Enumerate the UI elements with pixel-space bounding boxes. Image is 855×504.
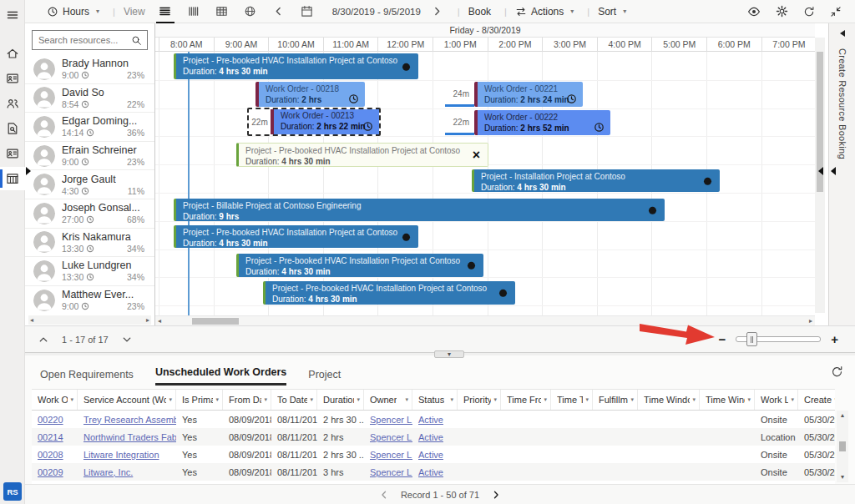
people-icon[interactable] [0,92,25,115]
booking-bar[interactable]: Project - Installation Project at Contos… [472,169,720,192]
visibility-icon[interactable] [747,5,761,18]
filter-caret-icon[interactable]: ▾ [788,396,794,403]
record-link[interactable]: Active [418,467,443,477]
filter-caret-icon[interactable]: ▾ [261,396,267,403]
resource-row[interactable]: Jorge Gault4:30 11% [25,170,154,199]
timeline-view-icon[interactable] [184,5,204,18]
record-link[interactable]: Trey Research Assembly [83,415,176,425]
resource-row[interactable]: Joseph Gonsal...27:00 68% [25,199,154,229]
booking-bar[interactable]: Project - Pre-booked HVAC Installation P… [174,225,418,248]
table-row[interactable]: 00209Litware, Inc.Yes08/09/201808/11/201… [32,463,835,481]
column-header[interactable]: Time Window St▾ [638,390,700,410]
column-header[interactable]: Is Primar▾ [176,390,223,410]
next-records-icon[interactable] [491,490,501,500]
search-icon[interactable] [131,35,147,46]
filter-caret-icon[interactable]: ▾ [213,396,219,403]
filter-caret-icon[interactable]: ▾ [354,396,360,403]
filter-caret-icon[interactable]: ▾ [448,396,453,403]
grid-vscrollbar[interactable]: ▾ ▾ [837,411,848,482]
filter-caret-icon[interactable]: ▾ [583,396,589,403]
calendar-icon[interactable] [297,5,317,18]
resource-row[interactable]: Brady Hannon9:00 23% [25,55,154,84]
list-view-icon[interactable] [155,5,175,18]
resource-row[interactable]: Matthew Ever...9:00 23% [25,286,154,314]
resource-card-icon[interactable] [0,142,25,165]
gantt-hscrollbar[interactable]: ◂ ▸ [155,315,815,325]
tab-project[interactable]: Project [308,369,341,386]
booking-bar[interactable]: Work Order - 00218Duration: 2 hrs [255,82,365,107]
filter-caret-icon[interactable]: ▾ [166,396,172,403]
filter-caret-icon[interactable]: ▾ [68,396,73,403]
book-button[interactable]: Book [468,6,491,18]
record-link[interactable]: 00209 [38,467,63,477]
scrollbar-thumb[interactable] [839,441,846,451]
scroll-left-icon[interactable]: ◂ [158,317,161,325]
resource-row[interactable]: Kris Nakamura13:30 34% [25,229,154,258]
panel-splitter[interactable]: ▾ [25,352,855,355]
booking-bar-cancelled[interactable]: Project - Pre-booked HVAC Installation P… [236,143,488,167]
hamburger-menu-icon[interactable] [0,3,25,27]
column-header[interactable]: Time To▾ [551,390,593,410]
booking-bar-selected[interactable]: 22mWork Order - 00213Duration: 2 hrs 22 … [247,108,381,136]
scrollbar-thumb[interactable] [192,318,239,325]
filter-caret-icon[interactable]: ▾ [491,396,497,403]
search-input[interactable] [33,35,131,45]
scroll-up-icon[interactable]: ▾ [841,412,844,420]
column-header[interactable]: Priority▾ [458,390,501,410]
file-search-icon[interactable] [0,117,25,140]
table-row[interactable]: 00214Northwind Traders Fabric...Yes08/09… [32,428,835,446]
panel-collapse-handle[interactable] [818,167,823,175]
resource-row[interactable]: Efrain Schreiner9:00 23% [25,142,154,171]
panel-splitter-handle[interactable]: ▾ [434,350,464,358]
resource-hscrollbar[interactable]: ◂ ▸ [28,315,151,325]
sort-dropdown[interactable]: Sort ▾ [598,6,626,18]
column-header[interactable]: From Da▾ [223,390,271,410]
tab-unscheduled-work-orders[interactable]: Unscheduled Work Orders [155,366,286,386]
collapse-diagonal-icon[interactable] [830,6,842,18]
grid-view-icon[interactable] [212,5,232,18]
column-header[interactable]: Owner▾ [364,390,412,410]
resource-row[interactable]: David So8:54 22% [25,84,154,113]
record-link[interactable]: Litware Integration [83,450,159,460]
expand-pane-icon[interactable] [840,30,845,37]
booking-bar[interactable]: Project - Billable Project at Contoso En… [174,199,665,221]
zoom-slider[interactable] [736,336,821,342]
booking-bar[interactable]: Work Order - 00221Duration: 2 hrs 24 min [474,82,583,107]
record-link[interactable]: Litware, Inc. [83,467,133,477]
filter-caret-icon[interactable]: ▾ [307,396,313,403]
tab-open-requirements[interactable]: Open Requirements [40,369,134,386]
column-header[interactable]: Status▾ [412,390,458,410]
filter-caret-icon[interactable]: ▾ [690,396,696,403]
record-link[interactable]: Northwind Traders Fabric... [83,432,176,442]
next-period-icon[interactable] [428,6,448,17]
column-header[interactable]: Duration▾ [317,390,364,410]
record-link[interactable]: Active [418,450,443,460]
booking-bar[interactable]: Project - Pre-booked HVAC Installation P… [174,53,418,79]
column-header[interactable]: Work Or▾ [32,390,78,410]
actions-dropdown[interactable]: Actions ▾ [515,6,574,18]
gantt-vscrollbar[interactable] [815,38,825,313]
record-link[interactable]: Active [418,432,443,442]
contact-card-icon[interactable] [0,67,25,90]
record-link[interactable]: 00208 [38,450,63,460]
settings-gear-icon[interactable] [776,5,788,18]
record-link[interactable]: Spencer L... [370,450,412,460]
date-range[interactable]: 8/30/2019 - 9/5/2019 [332,7,421,17]
booking-bar[interactable]: Project - Pre-booked HVAC Installation P… [263,281,515,305]
panel-expand-handle[interactable] [26,167,31,175]
filter-caret-icon[interactable]: ▾ [832,396,835,403]
table-row[interactable]: 00220Trey Research AssemblyYes08/09/2018… [32,411,835,428]
scroll-down-icon[interactable]: ▾ [841,473,844,481]
column-header[interactable]: Service Account (Work .▾ [78,390,176,410]
column-header[interactable]: To Date▾ [271,390,317,410]
record-link[interactable]: 00214 [38,432,63,442]
resource-row[interactable]: Edgar Doming...14:14 36% [25,113,154,142]
column-header[interactable]: Work Lo▾ [755,390,798,410]
zoom-out-button[interactable]: − [718,333,726,345]
record-link[interactable]: Spencer L... [370,415,412,425]
map-view-icon[interactable] [240,5,261,18]
user-avatar-badge[interactable]: RS [3,482,22,501]
record-link[interactable]: 00220 [38,415,63,425]
previous-period-icon[interactable] [269,6,289,17]
scroll-left-icon[interactable]: ◂ [30,316,33,324]
